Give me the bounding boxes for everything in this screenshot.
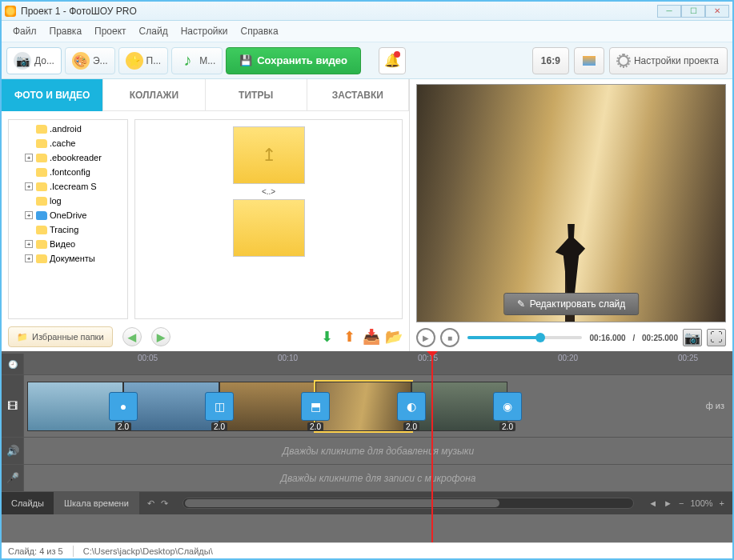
theme-button[interactable] xyxy=(574,47,604,74)
tab-photo-video[interactable]: ФОТО И ВИДЕО xyxy=(2,79,103,111)
seek-slider[interactable] xyxy=(467,336,582,339)
stop-button[interactable]: ■ xyxy=(440,328,459,347)
menu-file[interactable]: Файл xyxy=(8,24,42,38)
project-settings-button[interactable]: Настройки проекта xyxy=(609,47,728,74)
folder-thumb[interactable] xyxy=(233,199,305,257)
ruler-tick: 00:05 xyxy=(138,354,158,362)
folder-icon xyxy=(36,226,47,234)
import-folder-icon[interactable]: 📥 xyxy=(363,328,380,346)
seek-fill xyxy=(467,336,540,339)
transition-2[interactable]: ◫ xyxy=(205,392,234,421)
transition-3[interactable]: ⬒ xyxy=(301,392,330,421)
clock-icon: 🕘 xyxy=(2,354,24,374)
preview-viewport[interactable]: ✎ Редактировать слайд xyxy=(416,84,726,322)
picture-icon xyxy=(583,56,596,66)
tree-item[interactable]: +.ebookreader xyxy=(10,150,126,165)
time-current: 00:16.000 xyxy=(590,334,626,342)
maximize-button[interactable]: ☐ xyxy=(681,5,705,18)
camera-icon: 📷 xyxy=(14,52,31,70)
video-track-icon: 🎞 xyxy=(2,375,24,437)
timeline-bottom-bar: Слайды Шкала времени ↶ ↷ ◄ ► − 100% + xyxy=(2,492,732,514)
fullscreen-button[interactable]: ⛶ xyxy=(707,329,726,346)
nav-back-button[interactable]: ◀ xyxy=(122,327,142,346)
tree-item-label: .ebookreader xyxy=(50,153,102,162)
tree-item[interactable]: .android xyxy=(10,122,126,136)
tree-item[interactable]: log xyxy=(10,194,126,208)
close-button[interactable]: ✕ xyxy=(705,5,729,18)
preview-scene-figure xyxy=(554,224,589,294)
play-button[interactable]: ▶ xyxy=(416,328,435,347)
menu-help[interactable]: Справка xyxy=(235,24,283,38)
folder-icon xyxy=(36,154,47,162)
tree-item-label: Tracing xyxy=(50,225,78,234)
expand-icon[interactable]: + xyxy=(25,254,33,262)
save-video-button[interactable]: 💾 Сохранить видео xyxy=(226,47,361,74)
effects-button[interactable]: 🎨 Э... xyxy=(65,47,115,74)
nav-forward-button[interactable]: ▶ xyxy=(151,327,170,346)
redo-button[interactable]: ↷ xyxy=(161,498,168,509)
tree-item[interactable]: .fontconfig xyxy=(10,165,126,179)
expand-icon[interactable]: + xyxy=(25,182,33,190)
tab-collage[interactable]: КОЛЛАЖИ xyxy=(103,79,205,111)
notifications-button[interactable]: 🔔 xyxy=(379,47,406,74)
fav-folders-label: Избранные папки xyxy=(32,332,104,342)
tree-item[interactable]: +OneDrive xyxy=(10,208,126,222)
seek-knob[interactable] xyxy=(535,333,545,342)
add-button[interactable]: 📷 До... xyxy=(6,47,62,74)
tab-intro[interactable]: ЗАСТАВКИ xyxy=(307,79,409,111)
zoom-in-button[interactable]: + xyxy=(720,498,724,508)
tree-item[interactable]: +.Icecream S xyxy=(10,179,126,194)
expand-icon[interactable]: + xyxy=(25,240,33,248)
open-folder-icon[interactable]: 📂 xyxy=(385,328,403,346)
music-button[interactable]: ♪ М... xyxy=(171,47,223,74)
mic-track-hint: Дважды кликните для записи с микрофона xyxy=(24,465,732,491)
playhead[interactable] xyxy=(431,351,433,542)
ruler-tick: 00:20 xyxy=(558,354,578,362)
folder-up-thumb[interactable]: ↥ xyxy=(233,126,305,184)
download-icon[interactable]: ⬇ xyxy=(318,328,335,346)
playback-controls: ▶ ■ 00:16.000 / 00:25.000 📷 ⛶ xyxy=(416,327,726,348)
expand-icon[interactable]: + xyxy=(25,211,33,219)
tree-item[interactable]: +Видео xyxy=(10,237,126,251)
menu-edit[interactable]: Правка xyxy=(45,24,87,38)
scrollbar-thumb[interactable] xyxy=(185,499,500,507)
transition-5[interactable]: ◉ xyxy=(493,392,522,421)
time-ruler[interactable]: 🕘 00:05 00:10 00:15 00:20 00:25 xyxy=(2,351,732,375)
aspect-ratio-button[interactable]: 16:9 xyxy=(532,47,569,74)
audio-track[interactable]: 🔊 Дважды кликните для добавления музыки xyxy=(2,438,732,465)
tab-titles[interactable]: ТИТРЫ xyxy=(206,79,307,111)
tree-item[interactable]: Tracing xyxy=(10,222,126,237)
undo-button[interactable]: ↶ xyxy=(147,498,154,509)
transition-4[interactable]: ◐ xyxy=(397,392,426,421)
thumbnail-grid: ↥ <..> xyxy=(134,119,403,319)
expand-icon[interactable]: + xyxy=(25,154,33,162)
menu-slide[interactable]: Слайд xyxy=(134,24,173,38)
upload-icon[interactable]: ⬆ xyxy=(340,328,358,346)
menu-project[interactable]: Проект xyxy=(90,24,131,38)
status-path: C:\Users\jackp\Desktop\Слайды\ xyxy=(83,546,213,556)
browser-toolbar: 📁 Избранные папки ◀ ▶ ⬇ ⬆ 📥 📂 xyxy=(2,322,409,351)
favorites-button[interactable]: ⭐ П... xyxy=(118,47,169,74)
scroll-left-button[interactable]: ◄ xyxy=(648,498,657,508)
timeline-view-tab[interactable]: Шкала времени xyxy=(54,492,139,514)
timeline-scrollbar[interactable] xyxy=(182,498,634,509)
edit-slide-label: Редактировать слайд xyxy=(530,298,626,310)
content-tabs: ФОТО И ВИДЕО КОЛЛАЖИ ТИТРЫ ЗАСТАВКИ xyxy=(2,79,409,111)
video-track: 🎞 ● ◫ ⬒ ◐ ◉ ф из xyxy=(2,375,732,438)
slides-view-tab[interactable]: Слайды xyxy=(2,492,54,514)
scroll-right-button[interactable]: ► xyxy=(664,498,672,508)
mic-track[interactable]: 🎤 Дважды кликните для записи с микрофона xyxy=(2,465,732,492)
edit-slide-button[interactable]: ✎ Редактировать слайд xyxy=(503,293,640,315)
zoom-out-button[interactable]: − xyxy=(679,498,684,508)
minimize-button[interactable]: ─ xyxy=(657,5,681,18)
folder-tree[interactable]: .android.cache+.ebookreader.fontconfig+.… xyxy=(8,119,128,319)
tree-item[interactable]: .cache xyxy=(10,136,126,150)
favorite-folders-button[interactable]: 📁 Избранные папки xyxy=(8,326,113,347)
snapshot-button[interactable]: 📷 xyxy=(683,329,702,346)
mic-icon: 🎤 xyxy=(2,465,24,491)
tree-item[interactable]: +Документы xyxy=(10,251,126,266)
clip-container[interactable]: ● ◫ ⬒ ◐ ◉ ф из xyxy=(24,375,732,437)
transition-1[interactable]: ● xyxy=(109,392,138,421)
menu-settings[interactable]: Настройки xyxy=(176,24,233,38)
palette-icon: 🎨 xyxy=(72,52,90,70)
